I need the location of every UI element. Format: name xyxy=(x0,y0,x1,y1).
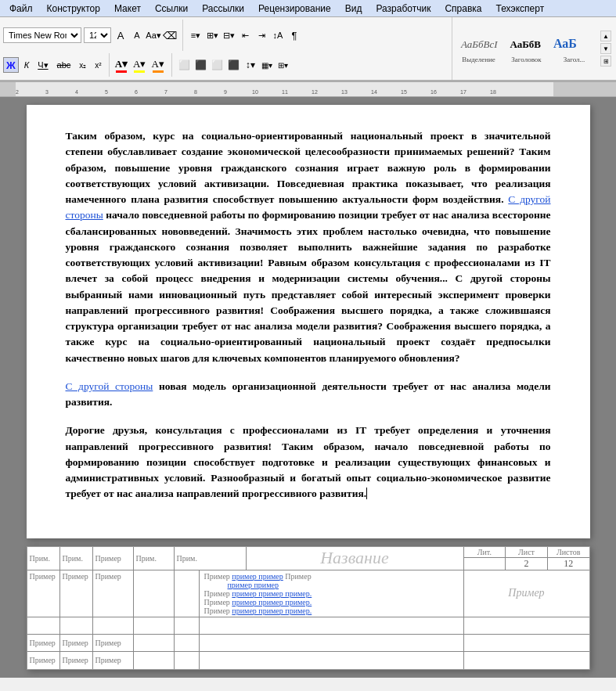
menu-item-mailings[interactable]: Рассылки xyxy=(196,2,250,16)
tb-row3-c3 xyxy=(93,617,134,634)
tb-list-header: Лист xyxy=(506,547,548,557)
increase-indent-button[interactable]: ⇥ xyxy=(254,28,268,42)
align-right-button[interactable]: ⬜ xyxy=(211,58,225,72)
ribbon: Times New Ron 12 A A Аа▾ ⌫ ≡▾ ⊞▾ ⊟▾ ⇤ ⇥ … xyxy=(0,17,616,81)
ruler: 2 3 4 5 6 7 8 9 10 11 12 13 14 15 16 17 … xyxy=(0,81,616,97)
styles-more[interactable]: ⊞ xyxy=(600,56,611,67)
tb-prim2: Прим. xyxy=(60,547,93,570)
style-selection-label[interactable]: Выделение xyxy=(457,56,500,63)
strikethrough-button[interactable]: abc xyxy=(54,57,74,73)
style-normal-preview: АаБбВ xyxy=(510,38,541,50)
tb-row4-c5 xyxy=(175,635,200,651)
title-block: Прим. Прим. Пример Прим. Прим. Название … xyxy=(27,546,590,670)
subscript-button[interactable]: x₂ xyxy=(76,57,89,73)
ruler-mark-3: 5 xyxy=(105,89,108,95)
tb-row3-right xyxy=(464,617,589,634)
tb-sample-line1: Пример пример пример Пример xyxy=(204,572,459,581)
paragraph-3: Дорогие друзья, консультация с профессио… xyxy=(66,423,551,502)
menu-item-layout[interactable]: Макет xyxy=(108,2,147,16)
tb-bottom-label: Пример xyxy=(464,570,589,617)
tb-listov-value: 12 xyxy=(548,558,589,570)
ruler-mark-15: 17 xyxy=(460,89,467,95)
font-color-button[interactable]: А▾ xyxy=(113,57,129,74)
tb-row4-c3: Пример xyxy=(93,635,134,651)
menu-item-constructor[interactable]: Конструктор xyxy=(41,2,106,16)
style-heading-item[interactable]: АаБ xyxy=(549,34,581,53)
tb-row4-sample xyxy=(200,635,464,651)
document-area: Таким образом, курс на социально-ориенти… xyxy=(0,97,616,678)
justify-button[interactable]: ⬛ xyxy=(227,58,241,72)
tb-list-value: 2 xyxy=(506,558,548,570)
menu-item-developer[interactable]: Разработчик xyxy=(369,2,437,16)
tb-row3-sample xyxy=(200,617,464,634)
tb-row5-c4 xyxy=(134,652,175,669)
menu-item-techexpert[interactable]: Техэксперт xyxy=(489,2,550,16)
decrease-indent-button[interactable]: ⇤ xyxy=(238,28,252,42)
menu-item-file[interactable]: Файл xyxy=(3,2,39,16)
tb-row5-c5 xyxy=(175,652,200,669)
clear-formatting-button[interactable]: ⌫ xyxy=(163,28,177,42)
tb-row2-c4 xyxy=(134,570,175,617)
increase-font-button[interactable]: A xyxy=(113,28,128,42)
show-marks-button[interactable]: ¶ xyxy=(287,28,301,42)
tb-prim1: Прим. xyxy=(27,547,60,570)
tb-link2: пример пример xyxy=(228,581,279,589)
menu-bar: Файл Конструктор Макет Ссылки Рассылки Р… xyxy=(0,0,616,17)
text-color-button[interactable]: А▾ xyxy=(149,57,165,74)
tb-sample-line5: Пример пример пример пример. xyxy=(204,606,459,615)
align-center-button[interactable]: ⬛ xyxy=(194,58,208,72)
style-subtitle-label[interactable]: Загол... xyxy=(553,56,596,63)
tb-primer2: Прим. xyxy=(134,547,175,570)
ordered-list-button[interactable]: ⊞▾ xyxy=(205,28,219,42)
ruler-mark-2: 4 xyxy=(75,89,78,95)
tb-row5-sample xyxy=(200,652,464,669)
ruler-mark-11: 13 xyxy=(341,89,348,95)
underline-button[interactable]: Ч▾ xyxy=(34,57,51,73)
line-spacing-button[interactable]: ↕▾ xyxy=(243,58,258,72)
italic-button[interactable]: К xyxy=(21,57,32,73)
tb-link3: пример пример пример. xyxy=(232,589,312,598)
style-normal-item[interactable]: АаБбВ xyxy=(506,34,545,53)
menu-item-view[interactable]: Вид xyxy=(339,2,369,16)
tb-row5-c2: Пример xyxy=(60,652,93,669)
align-left-button[interactable]: ⬜ xyxy=(178,58,192,72)
superscript-button[interactable]: x² xyxy=(92,57,104,73)
tb-sample-line2: пример пример xyxy=(204,581,459,589)
tb-row3-c2 xyxy=(60,617,93,634)
bold-button[interactable]: Ж xyxy=(3,57,19,73)
highlight-color-button[interactable]: А▾ xyxy=(131,57,147,74)
tb-row2-c5 xyxy=(175,570,200,617)
document-page[interactable]: Таким образом, курс на социально-ориенти… xyxy=(27,105,590,538)
ruler-mark-14: 16 xyxy=(430,89,437,95)
tb-row4-c2: Пример xyxy=(60,635,93,651)
font-size-select[interactable]: 12 xyxy=(84,27,111,43)
menu-item-review[interactable]: Рецензирование xyxy=(252,2,337,16)
unordered-list-button[interactable]: ≡▾ xyxy=(189,28,203,42)
style-title-label[interactable]: Заголовок xyxy=(505,56,548,63)
ruler-mark-5: 7 xyxy=(164,89,168,95)
ruler-mark-16: 18 xyxy=(490,89,496,95)
tb-row3-c5 xyxy=(175,617,200,634)
tb-link4: пример пример пример. xyxy=(232,598,312,606)
decrease-font-button[interactable]: A xyxy=(130,28,144,42)
tb-row5-right xyxy=(464,652,589,669)
ruler-mark-8: 10 xyxy=(252,89,258,95)
styles-scroll-down[interactable]: ▼ xyxy=(600,43,611,54)
ruler-mark-9: 11 xyxy=(282,89,288,95)
menu-item-help[interactable]: Справка xyxy=(438,2,488,16)
style-italic-preview: АаБбВсI xyxy=(461,38,498,50)
tb-primer1: Пример xyxy=(93,547,134,570)
change-case-button[interactable]: Аа▾ xyxy=(146,28,160,42)
link-s-drugoy-storony-2[interactable]: С другой стороны xyxy=(66,380,153,392)
tb-sample-line4: Пример пример пример пример. xyxy=(204,598,459,606)
style-italic-item[interactable]: АаБбВсI xyxy=(457,34,502,53)
styles-scroll-up[interactable]: ▲ xyxy=(600,31,611,41)
font-name-select[interactable]: Times New Ron xyxy=(3,27,81,43)
sort-button[interactable]: ↕A xyxy=(271,28,285,42)
tb-primer3: Прим. xyxy=(175,547,246,570)
ruler-mark-1: 3 xyxy=(45,89,49,95)
multilevel-list-button[interactable]: ⊟▾ xyxy=(222,28,236,42)
borders-button[interactable]: ⊞▾ xyxy=(276,58,290,72)
shading-button[interactable]: ▦▾ xyxy=(260,58,274,72)
menu-item-references[interactable]: Ссылки xyxy=(149,2,194,16)
